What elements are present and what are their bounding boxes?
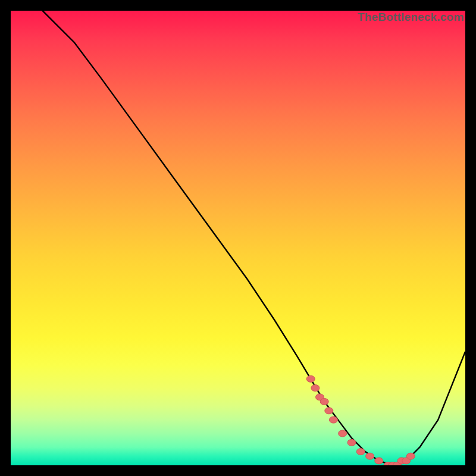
- chart-frame: TheBottleneck.com: [11, 11, 465, 465]
- marker-point: [347, 439, 356, 446]
- marker-point: [375, 458, 383, 464]
- marker-point: [339, 430, 347, 437]
- marker-point: [329, 416, 337, 423]
- marker-point: [366, 453, 374, 459]
- plot-area: TheBottleneck.com: [11, 11, 465, 465]
- marker-point: [356, 449, 365, 455]
- marker-point: [311, 385, 320, 392]
- marker-point: [325, 408, 333, 414]
- marker-layer: [11, 11, 465, 465]
- watermark-text: TheBottleneck.com: [358, 11, 464, 24]
- marker-point: [406, 453, 415, 459]
- marker-point: [306, 375, 315, 382]
- marker-point: [320, 399, 328, 405]
- marker-group: [306, 375, 415, 465]
